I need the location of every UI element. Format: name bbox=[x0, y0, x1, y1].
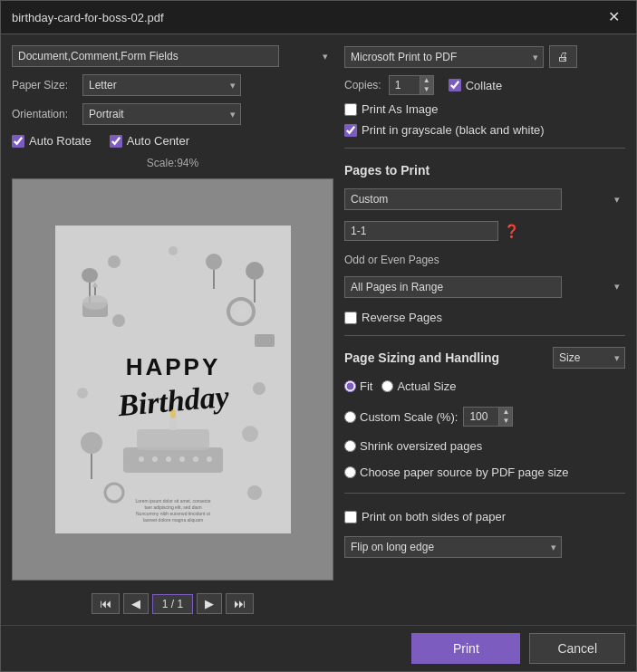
svg-text:Lorem ipsum dolor sit amet, co: Lorem ipsum dolor sit amet, consecte bbox=[135, 498, 210, 504]
svg-point-39 bbox=[206, 254, 222, 270]
collate-checkbox[interactable] bbox=[449, 79, 461, 91]
page-next-button[interactable]: ▶ bbox=[197, 593, 222, 614]
print-as-image-label: Print As Image bbox=[362, 102, 439, 116]
paper-source-radio[interactable] bbox=[344, 466, 356, 478]
svg-point-8 bbox=[82, 295, 108, 310]
svg-point-3 bbox=[108, 255, 121, 268]
size-mode-select[interactable]: Size Poster Multiple Booklet bbox=[553, 347, 625, 369]
svg-point-38 bbox=[247, 485, 262, 500]
flip-select-row: Flip on long edge Flip on short edge bbox=[344, 536, 625, 558]
pages-range-input[interactable] bbox=[344, 221, 498, 241]
print-grayscale-option[interactable]: Print in grayscale (black and white) bbox=[344, 123, 625, 137]
svg-point-1 bbox=[82, 268, 98, 283]
print-dialog: birthday-card-for-boss-02.pdf ✕ Document… bbox=[0, 0, 637, 672]
print-as-image-checkbox[interactable] bbox=[344, 103, 357, 116]
page-prev-button[interactable]: ◀ bbox=[123, 593, 149, 614]
svg-point-20 bbox=[170, 409, 176, 418]
birthday-card-svg: HAPPY Birthday bbox=[64, 235, 282, 524]
reverse-pages-option[interactable]: Reverse Pages bbox=[344, 311, 442, 324]
left-panel: Document,Comment,Form Fields Document Do… bbox=[12, 45, 333, 614]
svg-point-29 bbox=[242, 426, 258, 442]
odd-even-select[interactable]: All Pages in Range Odd Pages Only Even P… bbox=[344, 276, 562, 298]
reverse-pages-label: Reverse Pages bbox=[362, 311, 442, 324]
paper-size-select[interactable]: Letter A4 Legal A3 bbox=[82, 74, 241, 96]
page-first-button[interactable]: ⏮ bbox=[92, 593, 120, 614]
svg-point-13 bbox=[112, 314, 125, 327]
scale-up-button[interactable]: ▲ bbox=[498, 408, 512, 417]
actual-size-option[interactable]: Actual Size bbox=[381, 379, 456, 393]
printer-row: Microsoft Print to PDF Adobe PDF Send To… bbox=[344, 45, 625, 68]
shrink-radio[interactable] bbox=[344, 440, 356, 452]
reverse-pages-row: Reverse Pages bbox=[344, 311, 625, 324]
print-button[interactable]: Print bbox=[411, 633, 520, 664]
auto-center-label[interactable]: Auto Center bbox=[110, 134, 189, 148]
svg-point-26 bbox=[207, 456, 212, 462]
fit-option[interactable]: Fit bbox=[344, 379, 372, 393]
pages-select[interactable]: Custom All Current Page bbox=[344, 188, 562, 210]
flip-select[interactable]: Flip on long edge Flip on short edge bbox=[344, 536, 562, 558]
svg-point-36 bbox=[253, 382, 265, 395]
copies-up-button[interactable]: ▲ bbox=[420, 76, 433, 85]
reverse-pages-checkbox[interactable] bbox=[344, 312, 357, 324]
collate-label: Collate bbox=[466, 79, 502, 92]
cancel-button[interactable]: Cancel bbox=[529, 633, 625, 664]
print-as-image-option[interactable]: Print As Image bbox=[344, 102, 625, 116]
scale-text: Scale:94% bbox=[12, 157, 333, 169]
svg-text:laoreet dolore magna aliquam: laoreet dolore magna aliquam bbox=[142, 517, 202, 523]
pagination: ⏮ ◀ 1 / 1 ▶ ⏭ bbox=[12, 593, 333, 614]
help-icon[interactable]: ❓ bbox=[504, 224, 519, 238]
auto-rotate-label[interactable]: Auto Rotate bbox=[12, 134, 92, 148]
divider-3 bbox=[344, 493, 625, 494]
collate-option[interactable]: Collate bbox=[449, 79, 502, 92]
svg-point-12 bbox=[235, 305, 247, 318]
doc-type-wrapper: Document,Comment,Form Fields Document Do… bbox=[12, 45, 333, 67]
orientation-wrapper: Portrait Landscape bbox=[82, 103, 241, 125]
custom-scale-label: Custom Scale (%): bbox=[360, 410, 458, 424]
svg-point-31 bbox=[110, 488, 119, 497]
svg-text:Nuncummy nibh euismod tincidun: Nuncummy nibh euismod tincidunt ut bbox=[136, 511, 211, 516]
pages-section-title: Pages to Print bbox=[344, 163, 625, 178]
copies-down-button[interactable]: ▼ bbox=[420, 85, 433, 94]
custom-scale-option[interactable]: Custom Scale (%): bbox=[344, 410, 458, 424]
flip-select-wrapper: Flip on long edge Flip on short edge bbox=[344, 536, 562, 558]
scale-spin: ▲ ▼ bbox=[498, 408, 512, 426]
custom-scale-row: Custom Scale (%): ▲ ▼ bbox=[344, 407, 625, 427]
paper-source-label: Choose paper source by PDF page size bbox=[360, 466, 569, 479]
both-sides-checkbox[interactable] bbox=[344, 511, 357, 523]
page-last-button[interactable]: ⏭ bbox=[226, 593, 254, 614]
divider-2 bbox=[344, 335, 625, 336]
print-grayscale-checkbox[interactable] bbox=[344, 124, 357, 137]
orientation-select[interactable]: Portrait Landscape bbox=[82, 103, 241, 125]
size-handling-header: Page Sizing and Handling Size Poster Mul… bbox=[344, 347, 625, 369]
svg-rect-18 bbox=[137, 429, 209, 450]
paper-size-row: Paper Size: Letter A4 Legal A3 bbox=[12, 74, 333, 96]
fit-radio[interactable] bbox=[344, 380, 356, 392]
orientation-label: Orientation: bbox=[12, 108, 75, 120]
dialog-footer: Print Cancel bbox=[1, 625, 636, 671]
card-preview: HAPPY Birthday bbox=[55, 226, 291, 533]
doc-type-select[interactable]: Document,Comment,Form Fields Document Do… bbox=[12, 45, 279, 67]
auto-center-checkbox[interactable] bbox=[110, 135, 122, 148]
close-button[interactable]: ✕ bbox=[603, 8, 625, 26]
size-select-wrapper: Size Poster Multiple Booklet bbox=[553, 347, 625, 369]
paper-size-label: Paper Size: bbox=[12, 79, 75, 91]
printer-properties-button[interactable]: 🖨 bbox=[549, 45, 577, 68]
copies-row: Copies: ▲ ▼ Collate bbox=[344, 75, 625, 95]
dialog-body: Document,Comment,Form Fields Document Do… bbox=[1, 34, 636, 625]
divider-1 bbox=[344, 148, 625, 149]
shrink-option[interactable]: Shrink oversized pages bbox=[344, 439, 482, 453]
both-sides-option[interactable]: Print on both sides of paper bbox=[344, 510, 506, 523]
svg-point-22 bbox=[152, 456, 158, 462]
title-bar: birthday-card-for-boss-02.pdf ✕ bbox=[1, 1, 636, 34]
svg-text:HAPPY: HAPPY bbox=[125, 353, 220, 380]
paper-source-option[interactable]: Choose paper source by PDF page size bbox=[344, 466, 569, 479]
auto-rotate-checkbox[interactable] bbox=[12, 135, 24, 148]
printer-select[interactable]: Microsoft Print to PDF Adobe PDF Send To… bbox=[344, 46, 544, 68]
auto-center-text: Auto Center bbox=[127, 134, 189, 148]
dialog-title: birthday-card-for-boss-02.pdf bbox=[12, 11, 164, 24]
scale-down-button[interactable]: ▼ bbox=[498, 417, 512, 426]
actual-size-radio[interactable] bbox=[381, 380, 393, 392]
fit-actual-row: Fit Actual Size bbox=[344, 379, 625, 393]
custom-scale-radio[interactable] bbox=[344, 411, 356, 423]
svg-point-25 bbox=[193, 456, 198, 462]
